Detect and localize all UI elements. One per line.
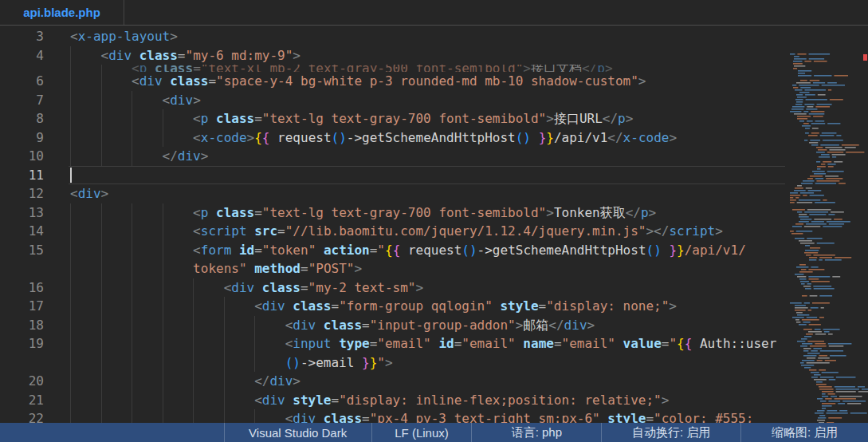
code-line[interactable]: 17<div class="form-group qqlogin" style=… [0, 297, 868, 316]
code-line-content: <p class="text-lg text-gray-700 font-sem… [54, 109, 868, 128]
code-text: <p class="text-lg text-gray-700 font-sem… [54, 205, 656, 220]
code-line[interactable]: ()->email }}"> [0, 353, 868, 373]
syntax-token: " [377, 355, 385, 370]
tab-api-blade-php[interactable]: api.blade.php [0, 0, 124, 25]
indent-guide [193, 316, 194, 335]
indent-guide [193, 409, 194, 423]
syntax-token: Tonken获取 [554, 205, 626, 220]
syntax-token: = [277, 223, 285, 239]
code-text: <x-code>{{ request()->getSchemeAndHttpHo… [54, 130, 677, 145]
code-line[interactable]: tokens" method="POST"> [0, 259, 868, 278]
indent-guide [132, 278, 132, 298]
indent-guide [101, 259, 102, 278]
syntax-token: > [669, 130, 677, 145]
code-line-content: <div> [54, 91, 868, 110]
code-line-content: <p class="text-xl mb-2 text-gray-500 fon… [54, 65, 868, 72]
code-line[interactable]: 10</div> [0, 147, 868, 166]
indent-guide [132, 316, 132, 335]
code-line[interactable]: 21<div style="display: inline-flex;posit… [0, 391, 868, 410]
indent-guide [163, 259, 163, 278]
line-number: 13 [0, 203, 54, 223]
status-item-2[interactable]: 语言: php [471, 423, 601, 442]
syntax-token: = [254, 205, 262, 220]
indent-guide [163, 222, 163, 241]
syntax-token: ></ [646, 223, 669, 239]
indent-guide [101, 91, 102, 110]
syntax-token: < [193, 111, 201, 126]
code-line[interactable]: 22<div class="px-4 py-3 text-right sm:px… [0, 409, 868, 423]
code-line[interactable]: 9<x-code>{{ request()->getSchemeAndHttpH… [0, 128, 868, 148]
status-item-0[interactable]: Visual Studio Dark [224, 423, 371, 442]
status-item-3[interactable]: 自动换行: 启用 [601, 423, 740, 442]
code-line[interactable]: 18<div class="input-group-addon">邮箱</div… [0, 316, 868, 335]
syntax-token: method [247, 261, 300, 276]
syntax-token: style [285, 393, 332, 408]
syntax-token: "token" [262, 243, 316, 258]
line-number: 10 [0, 147, 54, 166]
syntax-token: > [605, 65, 613, 72]
syntax-token: = [300, 261, 308, 276]
syntax-token: } [370, 355, 378, 370]
syntax-token: class [147, 65, 193, 72]
indent-guide [101, 372, 102, 391]
syntax-token: = [178, 48, 186, 63]
minimap[interactable] [785, 52, 868, 423]
line-number [0, 65, 54, 72]
line-number: 16 [0, 278, 54, 298]
indent-guide [70, 147, 71, 166]
syntax-token: = [554, 336, 562, 351]
code-text: <div class="my-6 md:my-9"> [54, 48, 300, 63]
code-line[interactable]: 13<p class="text-lg text-gray-700 font-s… [0, 203, 868, 223]
status-item-label: LF (Linux) [395, 426, 449, 440]
code-line[interactable]: 12<div> [0, 184, 868, 203]
indent-guide [163, 353, 163, 373]
line-number [0, 259, 54, 278]
code-line[interactable]: 19<input type="email" id="email" name="e… [0, 334, 868, 353]
code-line[interactable]: 8<p class="text-lg text-gray-700 font-se… [0, 109, 868, 128]
code-line[interactable]: 20</div> [0, 372, 868, 391]
code-line-content: <div class="input-group-addon">邮箱</div> [54, 316, 868, 335]
line-number: 6 [0, 72, 54, 91]
code-line[interactable]: 15<form id="token" action="{{ request()-… [0, 241, 868, 260]
indent-guide [70, 128, 71, 148]
syntax-token: src [247, 223, 278, 239]
indent-guide [163, 334, 163, 353]
status-item-4[interactable]: 缩略图: 启用 [740, 423, 868, 442]
code-text: <div> [54, 186, 108, 201]
syntax-token: p [201, 205, 209, 220]
line-number: 11 [0, 166, 54, 185]
indent-guide [101, 241, 102, 260]
syntax-token: = [454, 336, 462, 351]
line-number: 22 [0, 409, 54, 423]
code-line[interactable]: 7<div> [0, 91, 868, 110]
syntax-token: request [269, 130, 331, 145]
syntax-token: "display: inline-flex;position: relative… [339, 393, 662, 408]
syntax-token: > [354, 261, 362, 276]
syntax-token: "px-4 py-3 text-right sm:px-6" [370, 411, 600, 423]
code-line[interactable]: 11 [0, 166, 868, 185]
syntax-token: > [546, 111, 554, 126]
editor-pane[interactable]: 3<x-app-layout>4<div class="my-6 md:my-9… [0, 26, 868, 423]
code-line-content: tokens" method="POST"> [54, 259, 868, 278]
code-line[interactable]: 6<div class="space-y-4 bg-white p-3 roun… [0, 72, 868, 91]
indent-guide [101, 147, 102, 166]
code-line[interactable]: <p class="text-xl mb-2 text-gray-500 fon… [0, 65, 868, 72]
syntax-token: > [649, 205, 657, 220]
code-line[interactable]: 3<x-app-layout> [0, 27, 868, 46]
status-item-1[interactable]: LF (Linux) [371, 423, 472, 442]
syntax-token: { [685, 336, 693, 351]
syntax-token: x-code [623, 130, 670, 145]
indent-guide [132, 128, 132, 148]
indent-guide [132, 409, 132, 423]
code-line-content: </div> [54, 372, 868, 391]
syntax-token: </ [254, 373, 269, 389]
indent-guide [70, 241, 71, 260]
syntax-token: > [638, 73, 646, 89]
code-line[interactable]: 14<script src="//lib.baomitu.com/jquery/… [0, 222, 868, 241]
indent-guide [193, 297, 194, 316]
code-text: <script src="//lib.baomitu.com/jquery/1.… [54, 223, 723, 239]
syntax-token: > [715, 223, 723, 239]
code-line[interactable]: 4<div class="my-6 md:my-9"> [0, 46, 868, 65]
code-line[interactable]: 16<div class="my-2 text-sm"> [0, 278, 868, 298]
code-line-content: <div class="my-6 md:my-9"> [54, 46, 868, 65]
